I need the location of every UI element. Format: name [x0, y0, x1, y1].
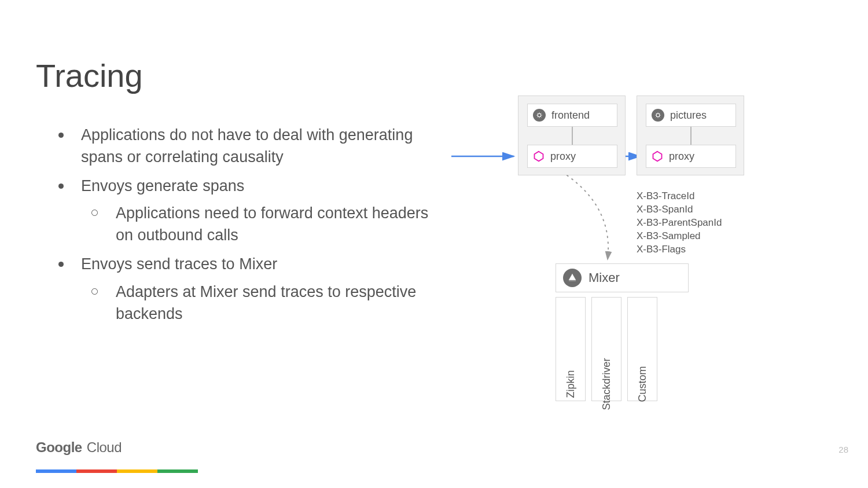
bullet-2a: Applications need to forward context hea… [81, 203, 448, 247]
adapter-stackdriver: Stackdriver [591, 297, 621, 401]
chip-icon [652, 109, 664, 122]
chip-icon [533, 109, 546, 122]
diagram: frontend proxy pictures [463, 96, 822, 420]
service-frontend-group: frontend proxy [518, 96, 626, 175]
proxy-pictures-label: proxy [669, 151, 694, 163]
context-headers: X-B3-TraceId X-B3-SpanId X-B3-ParentSpan… [637, 190, 722, 256]
hexagon-icon [533, 151, 545, 162]
logo-cloud: Cloud [83, 439, 122, 455]
proxy-pictures: proxy [646, 145, 736, 168]
bullet-2-text: Envoys generate spans [81, 177, 244, 195]
mixer-box: Mixer [556, 263, 689, 292]
adapter-custom: Custom [627, 297, 657, 401]
header-parentspanid: X-B3-ParentSpanId [637, 217, 722, 230]
brand-colorbar [36, 469, 198, 473]
service-pictures-label: pictures [670, 109, 707, 122]
bullet-3a: Adapters at Mixer send traces to respect… [81, 281, 448, 325]
bullet-2: Envoys generate spans Applications need … [55, 175, 448, 247]
slide: Tracing Applications do not have to deal… [0, 0, 868, 488]
bullet-3-text: Envoys send traces to Mixer [81, 255, 277, 273]
svg-rect-2 [538, 114, 541, 117]
header-traceid: X-B3-TraceId [637, 190, 722, 203]
adapter-custom-label: Custom [637, 366, 649, 402]
service-frontend: frontend [527, 104, 617, 127]
service-frontend-label: frontend [551, 109, 590, 122]
istio-icon [563, 269, 582, 287]
arrow-incoming [451, 151, 521, 162]
bullet-content: Applications do not have to deal with ge… [55, 124, 448, 332]
adapters-row: Zipkin Stackdriver Custom [556, 297, 689, 401]
svg-marker-3 [535, 152, 543, 162]
connector-line [690, 127, 692, 145]
proxy-frontend-label: proxy [550, 151, 576, 163]
adapter-zipkin-label: Zipkin [565, 370, 577, 398]
adapter-zipkin: Zipkin [556, 297, 586, 401]
header-spanid: X-B3-SpanId [637, 203, 722, 217]
mixer-group: Mixer Zipkin Stackdriver Custom [556, 263, 689, 401]
hexagon-icon [652, 151, 663, 162]
adapter-stackdriver-label: Stackdriver [601, 358, 613, 410]
google-cloud-logo: Google Cloud [36, 439, 122, 456]
bullet-1: Applications do not have to deal with ge… [55, 124, 448, 168]
svg-rect-4 [657, 114, 660, 117]
page-number: 28 [838, 445, 848, 454]
mixer-label: Mixer [589, 270, 620, 285]
page-title: Tracing [36, 57, 143, 94]
connector-line [572, 127, 573, 145]
proxy-frontend: proxy [527, 145, 617, 168]
header-flags: X-B3-Flags [637, 243, 722, 256]
bullet-3: Envoys send traces to Mixer Adapters at … [55, 254, 448, 325]
svg-marker-5 [653, 152, 662, 162]
header-sampled: X-B3-Sampled [637, 230, 722, 243]
service-pictures: pictures [646, 104, 736, 127]
service-pictures-group: pictures proxy [637, 96, 744, 175]
logo-google: Google [36, 439, 82, 455]
arrow-to-mixer [561, 174, 631, 266]
